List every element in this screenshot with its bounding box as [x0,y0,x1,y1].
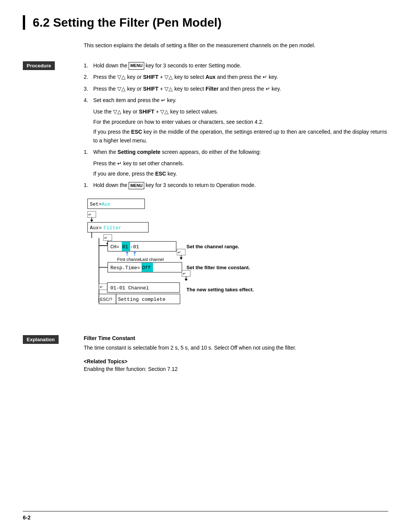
procedure-section: Procedure Hold down the MENU key for 3 s… [23,61,388,328]
explanation-badge: Explanation [23,335,59,344]
svg-text:Set the channel range.: Set the channel range. [186,244,239,249]
step-2: Press the ▽△ key or SHIFT + ▽△ key to se… [84,73,388,81]
svg-text:↵: ↵ [104,236,107,240]
svg-text:CH=: CH= [110,244,119,250]
intro-text: This section explains the details of set… [84,41,369,50]
svg-text:-01: -01 [130,244,139,250]
step-5-sub1: Press the ↵ key to set other channels. [93,159,388,168]
svg-text:01: 01 [122,244,128,250]
explanation-section: Explanation Filter Time Constant The tim… [23,335,388,372]
step-6-text: Hold down the MENU key for 3 seconds to … [93,181,388,189]
procedure-badge: Procedure [23,61,55,70]
svg-text:Last channel: Last channel [140,257,164,262]
svg-marker-32 [180,257,183,260]
step-4-sub1: Use the ▽△ key or SHIFT + ▽△ key to sele… [93,107,388,116]
svg-text:Resp.Time=: Resp.Time= [110,265,140,271]
svg-text:↵: ↵ [88,212,91,217]
svg-text:ESC/?: ESC/? [100,297,112,302]
filter-time-text: The time constant is selectable from 2 s… [84,343,388,352]
related-topics-label: <Related Topics> [84,358,388,364]
step-6: Hold down the MENU key for 3 seconds to … [84,181,388,189]
filter-time-title: Filter Time Constant [84,335,388,341]
explanation-content: Filter Time Constant The time constant i… [72,335,388,372]
svg-text:↵: ↵ [178,250,181,254]
svg-text:↵: ↵ [100,285,103,289]
svg-marker-6 [90,220,93,222]
step-1: Hold down the MENU key for 3 seconds to … [84,61,388,70]
step-4-sub3: If you press the ESC key in the middle o… [93,128,388,145]
page-number: 6-2 [23,514,30,521]
diagram-container: Set= Aux ↵ Aux= Filter [84,197,388,320]
related-link: Enabling the filter function: Section 7.… [84,366,388,372]
procedure-content: Hold down the MENU key for 3 seconds to … [72,61,388,328]
svg-text:Aux=: Aux= [90,225,102,231]
step-5: When the Setting complete screen appears… [84,148,388,156]
procedure-label-area: Procedure [23,61,72,328]
step-5-sub2: If you are done, press the ESC key. [93,169,388,178]
svg-text:Setting complete: Setting complete [118,297,166,302]
svg-text:First channel: First channel [117,257,141,262]
svg-text:Set the filter time constant.: Set the filter time constant. [186,265,250,270]
svg-text:01-01 Channel: 01-01 Channel [110,285,149,291]
page-container: 6.2 Setting the Filter (Pen Model) This … [0,0,411,532]
svg-text:↵: ↵ [183,272,186,276]
svg-text:Filter: Filter [104,225,121,231]
step-4-text: Set each item and press the ↵ key. [93,96,388,104]
menu-key-1: MENU [129,62,144,70]
svg-text:Off: Off [142,265,151,271]
svg-text:Set=: Set= [90,201,102,207]
svg-text:Aux: Aux [102,201,111,207]
chapter-header: 6.2 Setting the Filter (Pen Model) [23,15,388,30]
step-3-text: Press the ▽△ key or SHIFT + ▽△ key to se… [93,85,388,93]
step-2-text: Press the ▽△ key or SHIFT + ▽△ key to se… [93,73,388,81]
page-footer: 6-2 [23,511,388,521]
explanation-label-area: Explanation [23,335,72,372]
diagram-svg: Set= Aux ↵ Aux= Filter [84,197,304,319]
menu-key-6: MENU [129,182,144,190]
page-title: 6.2 Setting the Filter (Pen Model) [33,15,388,30]
step-5-text: When the Setting complete screen appears… [93,148,388,156]
step-4-sub2: For the procedure on how to enter values… [93,118,388,126]
step-1-text: Hold down the MENU key for 3 seconds to … [93,61,388,70]
steps-list-6: Hold down the MENU key for 3 seconds to … [84,181,388,189]
steps-list: Hold down the MENU key for 3 seconds to … [84,61,388,105]
svg-text:The new setting takes effect.: The new setting takes effect. [186,287,254,292]
steps-list-cont: When the Setting complete screen appears… [84,148,388,156]
svg-marker-43 [185,279,188,281]
step-4: Set each item and press the ↵ key. [84,96,388,104]
step-3: Press the ▽△ key or SHIFT + ▽△ key to se… [84,85,388,93]
